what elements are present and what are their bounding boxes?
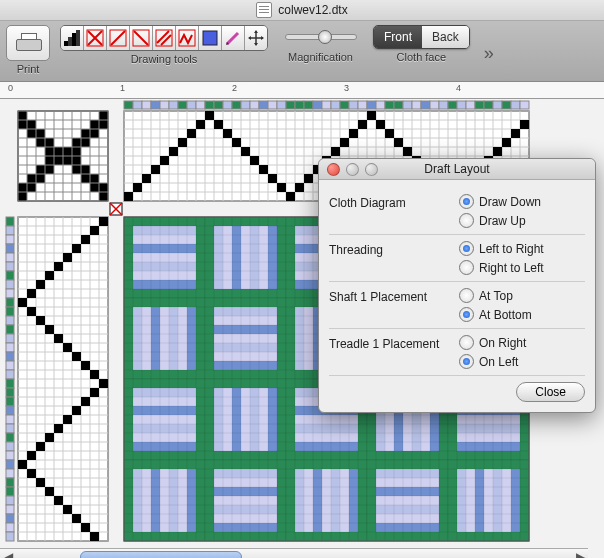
svg-rect-240 <box>6 271 14 280</box>
tool-x[interactable] <box>84 26 107 50</box>
file-name: colwev12.dtx <box>278 0 347 20</box>
tool-bluebox[interactable] <box>199 26 222 50</box>
svg-rect-335 <box>81 361 90 370</box>
svg-rect-520 <box>124 298 205 307</box>
panel-titlebar[interactable]: Draft Layout <box>319 159 595 180</box>
radio-label: Draw Up <box>479 214 526 228</box>
zoom-traffic-button[interactable] <box>365 163 378 176</box>
radio-option[interactable]: On Right <box>459 335 526 350</box>
svg-rect-11 <box>156 30 172 46</box>
print-button[interactable] <box>6 25 50 61</box>
chevron-right-icon[interactable]: » <box>484 43 494 64</box>
svg-rect-205 <box>277 183 286 192</box>
scroll-thumb[interactable] <box>80 551 242 558</box>
option-label: Cloth Diagram <box>329 194 459 210</box>
close-button[interactable]: Close <box>516 382 585 402</box>
svg-rect-394 <box>205 217 214 298</box>
svg-rect-523 <box>196 298 205 379</box>
svg-rect-745 <box>286 451 367 460</box>
radio-option[interactable]: Draw Down <box>459 194 541 209</box>
svg-rect-329 <box>27 307 36 316</box>
tool-move[interactable] <box>245 26 267 50</box>
svg-rect-101 <box>268 101 277 109</box>
svg-rect-27 <box>99 111 108 120</box>
svg-rect-94 <box>205 101 214 109</box>
svg-rect-873 <box>205 532 286 541</box>
svg-rect-92 <box>187 101 196 109</box>
svg-rect-97 <box>232 101 241 109</box>
minimize-traffic-button[interactable] <box>346 163 359 176</box>
svg-rect-255 <box>6 406 14 415</box>
svg-rect-204 <box>268 174 277 183</box>
svg-rect-267 <box>6 514 14 523</box>
svg-rect-939 <box>439 460 448 541</box>
svg-rect-554 <box>205 298 214 379</box>
tool-diag2[interactable] <box>130 26 153 50</box>
face-front-button[interactable]: Front <box>374 26 422 48</box>
svg-rect-51 <box>81 165 90 174</box>
svg-rect-86 <box>133 101 142 109</box>
tool-pencil[interactable] <box>222 26 245 50</box>
svg-rect-34 <box>81 129 90 138</box>
svg-rect-31 <box>99 120 108 129</box>
svg-rect-937 <box>367 532 448 541</box>
option-row: Treadle 1 PlacementOn RightOn Left <box>329 329 585 376</box>
tool-ramp[interactable] <box>61 26 84 50</box>
svg-rect-269 <box>6 532 14 541</box>
scroll-left-icon[interactable]: ◀ <box>0 549 16 558</box>
svg-rect-680 <box>124 379 205 388</box>
radio-option[interactable]: Right to Left <box>459 260 544 275</box>
svg-rect-522 <box>124 298 133 379</box>
radio-icon <box>459 194 474 209</box>
horizontal-scrollbar[interactable]: ◀ ▶ <box>0 548 588 558</box>
svg-rect-842 <box>124 460 133 541</box>
svg-rect-109 <box>340 101 349 109</box>
svg-rect-115 <box>394 101 403 109</box>
svg-rect-970 <box>448 460 457 541</box>
svg-rect-56 <box>18 183 27 192</box>
svg-rect-59 <box>99 183 108 192</box>
svg-rect-35 <box>90 129 99 138</box>
radio-option[interactable]: On Left <box>459 354 526 369</box>
svg-rect-323 <box>63 253 72 262</box>
tool-diag3[interactable] <box>153 26 176 50</box>
svg-rect-715 <box>277 379 286 460</box>
radio-label: Draw Down <box>479 195 541 209</box>
svg-rect-874 <box>205 460 214 541</box>
radio-option[interactable]: Left to Right <box>459 241 544 256</box>
svg-rect-50 <box>72 165 81 174</box>
radio-option[interactable]: At Bottom <box>459 307 532 322</box>
svg-rect-232 <box>520 120 529 129</box>
svg-rect-122 <box>457 101 466 109</box>
tool-diag1[interactable] <box>107 26 130 50</box>
radio-option[interactable]: Draw Up <box>459 213 541 228</box>
svg-rect-426 <box>286 217 295 298</box>
close-traffic-button[interactable] <box>327 163 340 176</box>
svg-rect-188 <box>124 192 133 201</box>
svg-rect-332 <box>54 334 63 343</box>
svg-rect-126 <box>493 101 502 109</box>
svg-rect-345 <box>27 451 36 460</box>
scroll-right-icon[interactable]: ▶ <box>572 549 588 558</box>
svg-rect-235 <box>6 226 14 235</box>
svg-rect-128 <box>511 101 520 109</box>
svg-rect-252 <box>6 379 14 388</box>
svg-rect-713 <box>205 451 286 460</box>
svg-rect-218 <box>394 138 403 147</box>
radio-option[interactable]: At Top <box>459 288 532 303</box>
svg-rect-327 <box>27 289 36 298</box>
file-icon <box>256 2 272 18</box>
svg-rect-194 <box>178 138 187 147</box>
svg-rect-215 <box>367 111 376 120</box>
face-back-button[interactable]: Back <box>422 26 469 48</box>
svg-rect-682 <box>124 379 133 460</box>
radio-label: On Right <box>479 336 526 350</box>
tool-zig[interactable] <box>176 26 199 50</box>
magnification-slider[interactable] <box>278 25 363 49</box>
svg-rect-90 <box>169 101 178 109</box>
option-label: Threading <box>329 241 459 257</box>
svg-rect-100 <box>259 101 268 109</box>
svg-rect-234 <box>6 217 14 226</box>
svg-rect-30 <box>90 120 99 129</box>
svg-rect-342 <box>54 424 63 433</box>
